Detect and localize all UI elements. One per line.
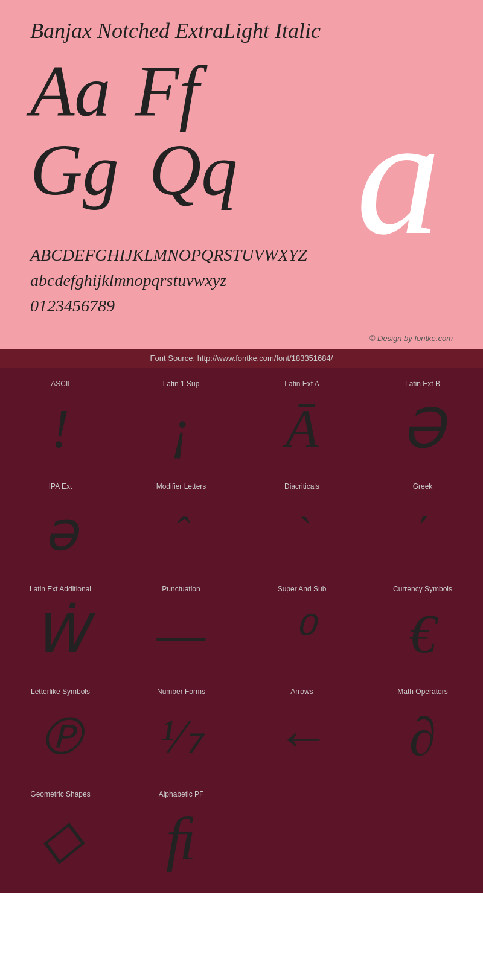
glyph-cell: Currency Symbols€ xyxy=(362,579,483,681)
glyph-cell: Alphabetic PFﬁ xyxy=(121,784,242,886)
glyph-char: ∂ xyxy=(409,702,436,772)
glyph-label: Math Operators xyxy=(397,687,447,696)
glyph-label: Punctuation xyxy=(162,585,200,593)
glyph-cell: Latin 1 Sup¡ xyxy=(121,374,242,476)
letter-pair-aa: Aa xyxy=(30,56,110,128)
copyright: © Design by fontke.com xyxy=(0,331,483,349)
glyph-cell: Letterlike Symbols℗ xyxy=(0,681,121,784)
glyph-char: — xyxy=(157,599,205,669)
glyph-cell: Super And Sub⁰ xyxy=(242,579,362,681)
glyph-char: ə xyxy=(44,497,77,567)
glyph-char: Ā xyxy=(286,394,319,464)
digits: 0123456789 xyxy=(30,293,453,319)
glyph-char: ﬁ xyxy=(166,804,196,874)
glyph-label: Number Forms xyxy=(157,687,205,696)
glyph-label: Letterlike Symbols xyxy=(31,687,90,696)
glyph-label: Diacriticals xyxy=(284,482,319,491)
glyph-char: ˆ xyxy=(174,497,188,567)
glyph-char: Ə xyxy=(401,394,444,464)
lowercase-alphabet: abcdefghijklmnopqrstuvwxyz xyxy=(30,268,453,293)
glyph-label: Alphabetic PF xyxy=(159,790,204,798)
glyph-label: Latin Ext Additional xyxy=(30,585,91,593)
glyph-cell: Arrows← xyxy=(242,681,362,784)
glyph-char: ¹⁄₇ xyxy=(160,702,202,772)
glyph-label: Latin 1 Sup xyxy=(163,380,200,388)
glyph-section: ASCII!Latin 1 Sup¡Latin Ext AĀLatin Ext … xyxy=(0,368,483,892)
glyph-label: Arrows xyxy=(290,687,313,696)
top-section: Banjax Notched ExtraLight Italic Aa Ff G… xyxy=(0,0,483,237)
glyph-cell: Math Operators∂ xyxy=(362,681,483,784)
glyph-char: ℗ xyxy=(35,702,86,772)
glyph-label: ASCII xyxy=(51,380,69,388)
glyph-cell: Punctuation— xyxy=(121,579,242,681)
glyph-char: ⁰ xyxy=(292,599,312,669)
letter-pair-qq: Qq xyxy=(149,134,238,206)
glyph-label: Currency Symbols xyxy=(393,585,452,593)
glyph-cell: IPA Extə xyxy=(0,476,121,579)
glyph-char: ΄ xyxy=(415,497,429,567)
font-source: Font Source: http://www.fontke.com/font/… xyxy=(0,349,483,368)
letter-pair-gg: Gg xyxy=(30,134,119,206)
glyph-grid: ASCII!Latin 1 Sup¡Latin Ext AĀLatin Ext … xyxy=(0,374,483,886)
glyph-cell: Diacriticals` xyxy=(242,476,362,579)
glyph-cell: Modifier Lettersˆ xyxy=(121,476,242,579)
glyph-cell: ASCII! xyxy=(0,374,121,476)
glyph-char: ¡ xyxy=(170,394,191,464)
glyph-label: Geometric Shapes xyxy=(30,790,90,798)
glyph-char: € xyxy=(409,599,437,669)
glyph-label: IPA Ext xyxy=(49,482,72,491)
glyph-cell: Latin Ext AĀ xyxy=(242,374,362,476)
glyph-cell: Latin Ext AdditionalẆ xyxy=(0,579,121,681)
glyph-label: Greek xyxy=(413,482,433,491)
glyph-char: ! xyxy=(51,394,69,464)
glyph-label: Latin Ext A xyxy=(284,380,319,388)
glyph-char: ← xyxy=(275,702,329,772)
letter-large-a: a xyxy=(356,92,453,261)
glyph-char: ◇ xyxy=(40,804,82,874)
glyph-cell: Latin Ext BƏ xyxy=(362,374,483,476)
glyph-cell: Geometric Shapes◇ xyxy=(0,784,121,886)
font-title: Banjax Notched ExtraLight Italic xyxy=(30,18,453,43)
glyph-char: ` xyxy=(295,497,309,567)
glyph-label: Super And Sub xyxy=(278,585,327,593)
letter-pair-ff: Ff xyxy=(135,56,199,128)
glyph-cell: Number Forms¹⁄₇ xyxy=(121,681,242,784)
glyph-cell: Greek΄ xyxy=(362,476,483,579)
glyph-label: Modifier Letters xyxy=(156,482,206,491)
glyph-char: Ẇ xyxy=(34,599,88,669)
glyph-label: Latin Ext B xyxy=(405,380,440,388)
